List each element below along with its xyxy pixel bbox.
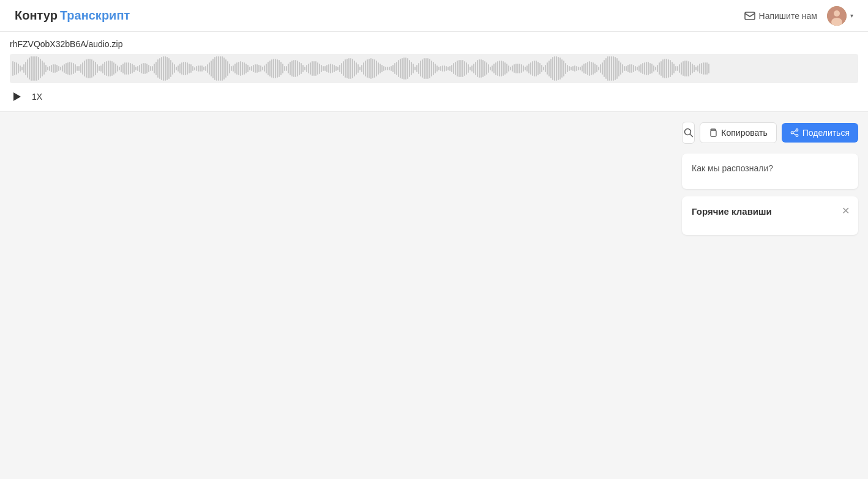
right-sidebar: Копировать Поделиться Как мы распознали?… <box>672 112 868 479</box>
search-button[interactable] <box>682 122 695 144</box>
waveform-bar <box>677 66 678 71</box>
waveform-bar <box>209 62 210 75</box>
waveform-bar <box>163 56 164 81</box>
waveform-bar <box>218 56 219 81</box>
waveform-bar <box>194 67 195 70</box>
waveform-bar <box>470 67 471 71</box>
waveform-bar <box>82 62 83 75</box>
waveform-bar <box>473 64 474 74</box>
waveform-bar <box>56 65 58 72</box>
play-button[interactable] <box>10 89 24 104</box>
waveform-bar <box>40 59 41 78</box>
waveform-bar <box>398 60 399 76</box>
waveform-bar <box>482 60 484 77</box>
waveform-bar <box>411 62 412 75</box>
waveform-bar <box>528 64 529 73</box>
waveform-bar <box>534 61 535 76</box>
waveform-bar <box>183 62 184 75</box>
waveform-bar <box>189 64 190 74</box>
waveform-bar <box>77 66 78 72</box>
waveform-bar <box>53 64 54 73</box>
logo-transcript: Транскрипт <box>60 9 130 23</box>
copy-button[interactable]: Копировать <box>700 122 776 143</box>
waveform-bar <box>451 65 452 73</box>
waveform-bar <box>405 58 406 80</box>
waveform-bar <box>392 65 394 72</box>
waveform-bar <box>141 64 142 73</box>
waveform-bar <box>326 65 327 72</box>
waveform-bar <box>43 62 45 74</box>
play-icon <box>13 92 21 101</box>
waveform-bar <box>264 65 265 72</box>
waveform-bar <box>615 57 616 80</box>
waveform-bar <box>523 65 524 71</box>
waveform-bar <box>396 62 397 75</box>
waveform-bar <box>381 65 383 72</box>
waveform-bar <box>192 66 193 72</box>
waveform-bar <box>672 62 673 75</box>
waveform-bar <box>23 64 24 73</box>
speed-label[interactable]: 1X <box>32 92 42 102</box>
waveform-bar <box>695 67 697 70</box>
waveform-bar <box>416 65 417 72</box>
waveform-bar <box>227 61 228 76</box>
sidebar-actions: Копировать Поделиться <box>682 122 858 144</box>
waveform-bar <box>402 58 403 80</box>
share-label: Поделиться <box>803 128 850 138</box>
waveform-bar <box>440 66 441 71</box>
waveform-bar <box>602 62 603 75</box>
waveform-bar <box>273 59 274 78</box>
waveform-bar <box>201 65 203 72</box>
hotkeys-close-button[interactable]: ✕ <box>842 205 850 217</box>
waveform-bar <box>512 65 513 72</box>
contact-link[interactable]: Напишите нам <box>744 11 817 21</box>
waveform-bar <box>357 64 359 72</box>
waveform-bar <box>547 62 548 75</box>
reaction-title: Как мы распознали? <box>692 163 848 173</box>
svg-point-7 <box>796 129 798 132</box>
transcript-panel[interactable] <box>0 112 672 479</box>
waveform-bar <box>155 62 157 76</box>
waveform-bar <box>378 62 379 75</box>
waveform-bar <box>438 67 440 70</box>
waveform-bar <box>649 63 651 75</box>
waveform-bar <box>268 62 269 75</box>
waveform-bar <box>315 61 316 75</box>
waveform-bar <box>137 66 138 72</box>
waveform-bar <box>543 67 544 70</box>
waveform-bar <box>31 56 32 81</box>
waveform-bar <box>212 59 214 78</box>
waveform-bar <box>25 62 26 75</box>
share-button[interactable]: Поделиться <box>782 123 858 143</box>
waveform-bar <box>343 61 344 76</box>
contact-label: Напишите нам <box>759 11 817 21</box>
waveform-bar <box>196 66 197 71</box>
waveform-bar <box>332 64 333 73</box>
waveform-bar <box>598 67 599 70</box>
waveform-bar <box>335 66 337 71</box>
waveform-bar <box>211 61 212 76</box>
waveform-bar <box>521 64 522 72</box>
waveform-bar <box>223 58 225 80</box>
waveform-bar <box>312 61 313 75</box>
waveform-bar <box>481 59 482 78</box>
waveform-bar <box>447 67 449 70</box>
waveform-bar <box>515 64 517 73</box>
user-menu[interactable]: ▾ <box>827 6 853 26</box>
waveform-bar <box>400 59 401 78</box>
waveform-bar <box>356 62 357 75</box>
waveform-bar <box>148 65 149 73</box>
waveform-bar <box>106 61 107 76</box>
mail-icon <box>744 12 755 20</box>
waveform-bar <box>84 61 85 76</box>
waveform-bar <box>442 65 443 72</box>
waveform-bar <box>385 67 386 70</box>
waveform-bar <box>65 63 67 74</box>
svg-rect-6 <box>711 130 716 136</box>
waveform-bar <box>330 64 331 73</box>
waveform-bar <box>514 64 515 73</box>
waveform-bar <box>464 61 465 76</box>
waveform-bar <box>97 64 98 73</box>
waveform[interactable] <box>10 54 858 83</box>
waveform-bar <box>172 62 173 75</box>
